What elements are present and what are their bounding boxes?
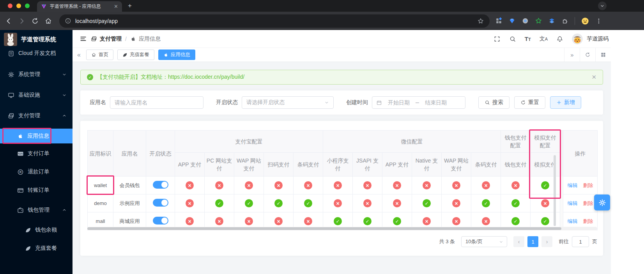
sidebar-item-wallet-balance[interactable]: 钱包余额 [0, 222, 73, 238]
username[interactable]: 芋道源码 [587, 35, 609, 42]
leaf-icon [25, 227, 31, 233]
edit-link[interactable]: 编辑 [568, 218, 578, 224]
status-no-icon: × [511, 181, 520, 189]
sidebar-item-pay-orders[interactable]: 支付订单 [0, 146, 73, 161]
sidebar-item-recharge-packages[interactable]: 充值套餐 [0, 240, 73, 256]
page-size-select[interactable]: 10条/页 [461, 236, 507, 247]
vertical-scrollbar-thumb[interactable] [554, 155, 556, 226]
tab-recharge-packages[interactable]: 充值套餐 [117, 49, 154, 60]
horizontal-scrollbar[interactable] [87, 227, 597, 230]
sidebar-item-app-info[interactable]: 应用信息 [0, 129, 73, 143]
sidebar-item-refund-orders[interactable]: 退款订单 [0, 164, 73, 180]
address-bar[interactable]: localhost/pay/app [59, 14, 490, 28]
search-icon[interactable] [509, 35, 516, 42]
sidebar-item-wallet-mgmt[interactable]: 钱包管理 [0, 202, 73, 218]
sidebar-item-cloud-docs[interactable]: Cloud 开发文档 [0, 46, 73, 61]
status-no-icon: × [186, 217, 194, 225]
tab-close-icon[interactable]: ✕ [114, 4, 118, 9]
url-text[interactable]: localhost/pay/app [75, 18, 473, 24]
pikachu-avatar-icon [572, 34, 583, 44]
tab-home[interactable]: 首页 [86, 49, 113, 60]
status-no-icon: × [452, 181, 460, 189]
home-icon [91, 52, 96, 57]
extension-star-icon[interactable] [535, 17, 542, 25]
profile-avatar-icon[interactable] [581, 17, 589, 25]
breadcrumb-section[interactable]: 支付管理 [100, 35, 122, 42]
extension-layers-icon[interactable] [548, 17, 556, 25]
edit-link[interactable]: 编辑 [568, 182, 578, 188]
current-page-button[interactable]: 1 [527, 236, 538, 247]
delete-link[interactable]: 删除 [583, 218, 593, 224]
column-group-header: 微信配置 [323, 131, 501, 153]
next-page-button[interactable]: › [541, 236, 552, 247]
status-label: 开启状态 [216, 99, 238, 106]
tab-list-button[interactable] [598, 2, 607, 10]
enabled-toggle[interactable] [153, 217, 168, 225]
status-no-icon: × [393, 199, 401, 207]
browser-menu-icon[interactable] [595, 18, 602, 25]
sidebar-item-system[interactable]: 系统管理 [0, 67, 73, 82]
browser-tab[interactable]: 芋道管理系统 - 应用信息 ✕ [37, 1, 122, 12]
fullscreen-icon[interactable] [494, 35, 501, 42]
sidebar-item-transfer-orders[interactable]: 转账订单 [0, 182, 73, 198]
date-end-input[interactable] [421, 99, 450, 106]
reload-button[interactable] [31, 17, 39, 25]
extension-gem-icon[interactable] [508, 17, 516, 25]
reset-button[interactable]: 重置 [514, 96, 545, 109]
wallet-icon [17, 207, 24, 214]
tags-menu-button[interactable] [595, 48, 611, 62]
column-subheader: 小程序支付 [323, 153, 353, 177]
delete-link[interactable]: 删除 [583, 200, 593, 206]
sidebar-item-infra[interactable]: 基础设施 [0, 87, 73, 103]
bell-icon[interactable] [556, 35, 563, 42]
app-id-cell: wallet [88, 177, 113, 194]
column-subheader: 扫码支付 [264, 153, 294, 177]
new-tab-button[interactable]: + [128, 2, 132, 10]
window-minimize-button[interactable] [16, 4, 21, 8]
forward-button[interactable] [18, 17, 26, 25]
success-alert: ✓ 【支付功能开启】文档地址：https://doc.iocoder.cn/pa… [80, 70, 603, 85]
goto-page-input[interactable] [572, 236, 589, 247]
horizontal-scrollbar-thumb[interactable] [87, 227, 561, 230]
window-close-button[interactable] [8, 4, 12, 8]
home-button[interactable] [44, 17, 52, 25]
font-size-icon[interactable]: TT [525, 35, 531, 42]
bookmark-star-icon[interactable] [477, 18, 484, 25]
extension-circle-icon[interactable] [522, 17, 529, 25]
date-start-input[interactable] [384, 99, 413, 106]
enabled-toggle[interactable] [153, 199, 168, 207]
user-avatar[interactable] [572, 34, 583, 44]
edit-link[interactable]: 编辑 [568, 200, 578, 206]
site-info-icon[interactable] [65, 18, 71, 24]
app-name-field[interactable] [110, 96, 203, 109]
chevron-down-icon [62, 72, 67, 77]
search-button[interactable]: 搜索 [478, 96, 510, 109]
scroll-right-button[interactable]: » [564, 48, 580, 62]
add-button[interactable]: 新增 [550, 96, 581, 109]
hamburger-menu-icon[interactable] [80, 35, 87, 42]
tab-app-info[interactable]: 应用信息 [158, 49, 195, 60]
scroll-left-icon[interactable]: « [77, 51, 81, 58]
extensions-puzzle-icon[interactable] [561, 17, 569, 25]
settings-drawer-button[interactable] [594, 194, 610, 210]
status-no-icon: × [363, 181, 372, 189]
delete-link[interactable]: 删除 [583, 182, 593, 188]
window-zoom-button[interactable] [25, 4, 30, 8]
prev-page-button[interactable]: ‹ [513, 236, 524, 247]
translate-icon[interactable]: 文A [540, 35, 548, 42]
status-no-icon: × [452, 199, 460, 207]
apple-icon [163, 52, 168, 57]
sidebar-item-payment[interactable]: 支付管理 [0, 108, 73, 124]
back-button[interactable] [5, 17, 12, 25]
status-select[interactable]: 请选择开启状态 [242, 96, 334, 109]
date-range-picker[interactable]: – [372, 96, 465, 109]
app-name-input[interactable] [115, 99, 199, 106]
table-row: demo示例应用×✓✓✓✓×××✓×✓✓×编辑删除 [88, 194, 598, 212]
extension-grid-icon[interactable] [495, 17, 502, 25]
refresh-tab-button[interactable] [580, 48, 595, 62]
column-subheader: WAP 网站支付 [234, 153, 264, 177]
status-no-icon: × [423, 181, 431, 189]
status-yes-icon: ✓ [215, 199, 223, 207]
enabled-toggle[interactable] [153, 181, 168, 189]
alert-close-icon[interactable]: ✕ [591, 74, 596, 81]
